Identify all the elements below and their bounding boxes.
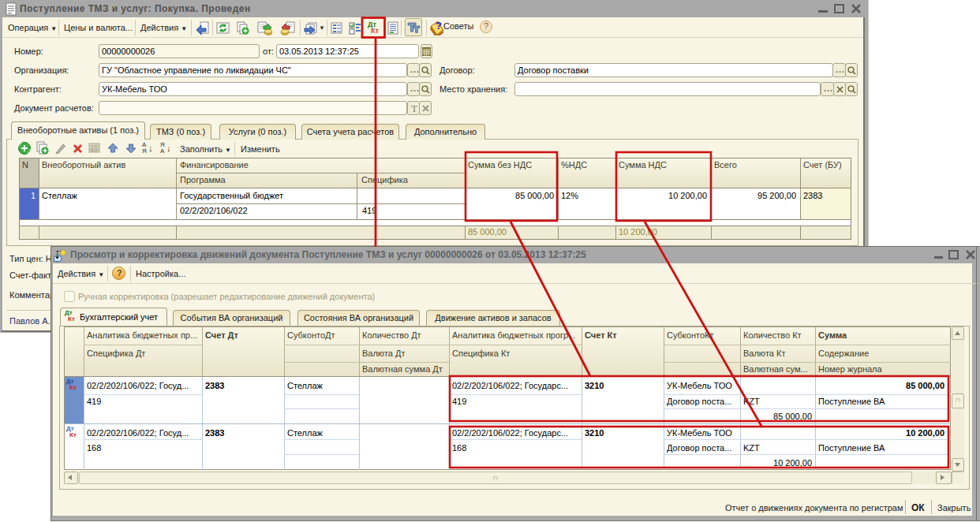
svg-text:ЕОК: ЕОК: [91, 148, 99, 152]
svg-text:?: ?: [436, 20, 442, 32]
